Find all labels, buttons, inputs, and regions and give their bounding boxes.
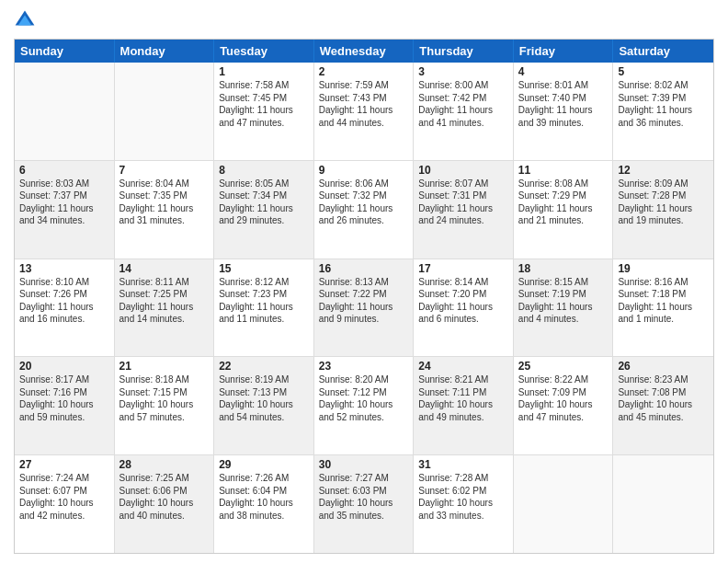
- day-info: Sunrise: 8:07 AM Sunset: 7:31 PM Dayligh…: [418, 178, 508, 227]
- day-info: Sunrise: 8:17 AM Sunset: 7:16 PM Dayligh…: [19, 373, 109, 423]
- day-number: 23: [319, 360, 409, 373]
- calendar-cell: [514, 455, 614, 553]
- calendar-cell: 20Sunrise: 8:17 AM Sunset: 7:16 PM Dayli…: [15, 357, 115, 454]
- day-info: Sunrise: 8:06 AM Sunset: 7:32 PM Dayligh…: [319, 178, 409, 227]
- calendar-cell: 13Sunrise: 8:10 AM Sunset: 7:26 PM Dayli…: [15, 259, 115, 357]
- day-info: Sunrise: 8:22 AM Sunset: 7:09 PM Dayligh…: [518, 373, 609, 423]
- day-number: 22: [219, 360, 309, 373]
- calendar-cell: 15Sunrise: 8:12 AM Sunset: 7:23 PM Dayli…: [214, 259, 314, 357]
- day-number: 25: [518, 360, 609, 373]
- day-info: Sunrise: 8:23 AM Sunset: 7:08 PM Dayligh…: [618, 373, 709, 423]
- day-number: 15: [219, 262, 309, 275]
- day-info: Sunrise: 7:27 AM Sunset: 6:03 PM Dayligh…: [319, 472, 409, 522]
- calendar-cell: 2Sunrise: 7:59 AM Sunset: 7:43 PM Daylig…: [314, 63, 415, 160]
- calendar-row-2: 13Sunrise: 8:10 AM Sunset: 7:26 PM Dayli…: [15, 259, 713, 358]
- calendar-cell: 27Sunrise: 7:24 AM Sunset: 6:07 PM Dayli…: [15, 455, 115, 553]
- day-number: 9: [319, 164, 409, 177]
- day-info: Sunrise: 8:13 AM Sunset: 7:22 PM Dayligh…: [319, 276, 409, 326]
- calendar-cell: 29Sunrise: 7:26 AM Sunset: 6:04 PM Dayli…: [214, 455, 314, 553]
- day-number: 17: [418, 262, 508, 275]
- calendar-row-4: 27Sunrise: 7:24 AM Sunset: 6:07 PM Dayli…: [15, 455, 713, 553]
- calendar-cell: 1Sunrise: 7:58 AM Sunset: 7:45 PM Daylig…: [214, 63, 314, 160]
- day-number: 12: [618, 164, 709, 177]
- day-info: Sunrise: 8:11 AM Sunset: 7:25 PM Dayligh…: [119, 276, 210, 326]
- day-info: Sunrise: 7:25 AM Sunset: 6:06 PM Dayligh…: [119, 472, 210, 522]
- day-number: 29: [219, 458, 309, 471]
- calendar: SundayMondayTuesdayWednesdayThursdayFrid…: [14, 39, 714, 554]
- day-number: 7: [119, 164, 210, 177]
- day-info: Sunrise: 8:21 AM Sunset: 7:11 PM Dayligh…: [418, 373, 508, 423]
- day-info: Sunrise: 8:18 AM Sunset: 7:15 PM Dayligh…: [119, 373, 210, 423]
- day-number: 14: [119, 262, 210, 275]
- day-number: 16: [319, 262, 409, 275]
- day-number: 21: [119, 360, 210, 373]
- calendar-cell: 11Sunrise: 8:08 AM Sunset: 7:29 PM Dayli…: [514, 161, 614, 259]
- calendar-cell: 25Sunrise: 8:22 AM Sunset: 7:09 PM Dayli…: [514, 357, 614, 454]
- calendar-cell: 28Sunrise: 7:25 AM Sunset: 6:06 PM Dayli…: [115, 455, 215, 553]
- page: SundayMondayTuesdayWednesdayThursdayFrid…: [0, 0, 728, 563]
- day-number: 10: [418, 164, 508, 177]
- calendar-cell: 30Sunrise: 7:27 AM Sunset: 6:03 PM Dayli…: [314, 455, 415, 553]
- calendar-cell: 22Sunrise: 8:19 AM Sunset: 7:13 PM Dayli…: [214, 357, 314, 454]
- calendar-cell: 10Sunrise: 8:07 AM Sunset: 7:31 PM Dayli…: [414, 161, 514, 259]
- weekday-header-saturday: Saturday: [613, 40, 713, 63]
- day-number: 8: [219, 164, 309, 177]
- day-info: Sunrise: 8:00 AM Sunset: 7:42 PM Dayligh…: [418, 79, 508, 129]
- day-number: 11: [518, 164, 609, 177]
- day-info: Sunrise: 8:10 AM Sunset: 7:26 PM Dayligh…: [19, 276, 109, 326]
- day-number: 19: [618, 262, 709, 275]
- day-info: Sunrise: 7:28 AM Sunset: 6:02 PM Dayligh…: [418, 472, 508, 522]
- day-number: 28: [119, 458, 210, 471]
- calendar-cell: 14Sunrise: 8:11 AM Sunset: 7:25 PM Dayli…: [115, 259, 215, 357]
- calendar-cell: 12Sunrise: 8:09 AM Sunset: 7:28 PM Dayli…: [613, 161, 713, 259]
- calendar-cell: 7Sunrise: 8:04 AM Sunset: 7:35 PM Daylig…: [115, 161, 215, 259]
- calendar-cell: 18Sunrise: 8:15 AM Sunset: 7:19 PM Dayli…: [514, 259, 614, 357]
- logo: [14, 9, 40, 31]
- day-info: Sunrise: 8:03 AM Sunset: 7:37 PM Dayligh…: [19, 178, 109, 227]
- weekday-header-thursday: Thursday: [414, 40, 514, 63]
- day-info: Sunrise: 8:08 AM Sunset: 7:29 PM Dayligh…: [518, 178, 609, 227]
- weekday-header-tuesday: Tuesday: [214, 40, 314, 63]
- day-number: 20: [19, 360, 109, 373]
- day-info: Sunrise: 8:05 AM Sunset: 7:34 PM Dayligh…: [219, 178, 309, 227]
- logo-icon: [14, 9, 36, 31]
- day-number: 4: [518, 65, 609, 78]
- calendar-cell: [115, 63, 215, 160]
- day-number: 6: [19, 164, 109, 177]
- calendar-cell: 4Sunrise: 8:01 AM Sunset: 7:40 PM Daylig…: [514, 63, 614, 160]
- calendar-cell: 9Sunrise: 8:06 AM Sunset: 7:32 PM Daylig…: [314, 161, 415, 259]
- header: [14, 9, 714, 31]
- calendar-cell: 8Sunrise: 8:05 AM Sunset: 7:34 PM Daylig…: [214, 161, 314, 259]
- day-info: Sunrise: 7:58 AM Sunset: 7:45 PM Dayligh…: [219, 79, 309, 129]
- calendar-cell: 31Sunrise: 7:28 AM Sunset: 6:02 PM Dayli…: [414, 455, 514, 553]
- day-number: 13: [19, 262, 109, 275]
- calendar-row-0: 1Sunrise: 7:58 AM Sunset: 7:45 PM Daylig…: [15, 63, 713, 161]
- calendar-body: 1Sunrise: 7:58 AM Sunset: 7:45 PM Daylig…: [15, 63, 713, 553]
- calendar-cell: 6Sunrise: 8:03 AM Sunset: 7:37 PM Daylig…: [15, 161, 115, 259]
- calendar-row-3: 20Sunrise: 8:17 AM Sunset: 7:16 PM Dayli…: [15, 357, 713, 455]
- calendar-cell: 21Sunrise: 8:18 AM Sunset: 7:15 PM Dayli…: [115, 357, 215, 454]
- calendar-cell: [613, 455, 713, 553]
- day-info: Sunrise: 8:20 AM Sunset: 7:12 PM Dayligh…: [319, 373, 409, 423]
- day-number: 5: [618, 65, 709, 78]
- calendar-cell: 24Sunrise: 8:21 AM Sunset: 7:11 PM Dayli…: [414, 357, 514, 454]
- calendar-cell: 3Sunrise: 8:00 AM Sunset: 7:42 PM Daylig…: [414, 63, 514, 160]
- calendar-cell: 23Sunrise: 8:20 AM Sunset: 7:12 PM Dayli…: [314, 357, 415, 454]
- day-info: Sunrise: 8:16 AM Sunset: 7:18 PM Dayligh…: [618, 276, 709, 326]
- day-number: 1: [219, 65, 309, 78]
- calendar-cell: [15, 63, 115, 160]
- day-info: Sunrise: 8:14 AM Sunset: 7:20 PM Dayligh…: [418, 276, 508, 326]
- day-info: Sunrise: 8:19 AM Sunset: 7:13 PM Dayligh…: [219, 373, 309, 423]
- day-number: 2: [319, 65, 409, 78]
- calendar-cell: 5Sunrise: 8:02 AM Sunset: 7:39 PM Daylig…: [613, 63, 713, 160]
- day-number: 31: [418, 458, 508, 471]
- calendar-cell: 17Sunrise: 8:14 AM Sunset: 7:20 PM Dayli…: [414, 259, 514, 357]
- weekday-header-wednesday: Wednesday: [314, 40, 415, 63]
- day-info: Sunrise: 8:01 AM Sunset: 7:40 PM Dayligh…: [518, 79, 609, 129]
- day-number: 18: [518, 262, 609, 275]
- day-number: 26: [618, 360, 709, 373]
- day-number: 30: [319, 458, 409, 471]
- calendar-cell: 26Sunrise: 8:23 AM Sunset: 7:08 PM Dayli…: [613, 357, 713, 454]
- day-info: Sunrise: 7:59 AM Sunset: 7:43 PM Dayligh…: [319, 79, 409, 129]
- day-info: Sunrise: 8:02 AM Sunset: 7:39 PM Dayligh…: [618, 79, 709, 129]
